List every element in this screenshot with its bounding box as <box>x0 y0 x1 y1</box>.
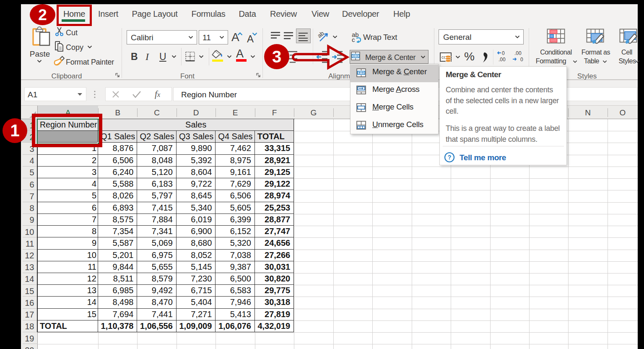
svg-text:0: 0 <box>502 50 505 56</box>
svg-text:ab: ab <box>317 30 325 39</box>
svg-text:?: ? <box>448 154 452 161</box>
svg-text:.00: .00 <box>514 50 522 56</box>
svg-text:0: 0 <box>520 57 523 62</box>
svg-text:.00: .00 <box>499 57 506 62</box>
svg-text:c: c <box>352 36 355 43</box>
